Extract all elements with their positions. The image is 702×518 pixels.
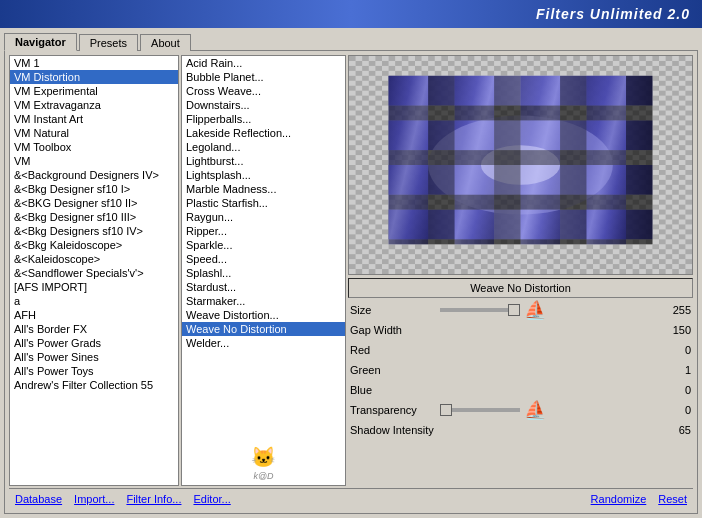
left-list-item[interactable]: Andrew's Filter Collection 55 bbox=[10, 378, 178, 392]
btn-database[interactable]: Database bbox=[9, 491, 68, 507]
cat-logo: 🐱k@D bbox=[182, 441, 345, 485]
btn-filter-info[interactable]: Filter Info... bbox=[120, 491, 187, 507]
middle-list-item[interactable]: Marble Madness... bbox=[182, 182, 345, 196]
left-list-item[interactable]: &<Kaleidoscope> bbox=[10, 252, 178, 266]
tabs-row: Navigator Presets About bbox=[4, 32, 698, 50]
left-list-item[interactable]: &<Sandflower Specials'v'> bbox=[10, 266, 178, 280]
svg-rect-18 bbox=[389, 106, 653, 121]
left-list[interactable]: VM 1VM DistortionVM ExperimentalVM Extra… bbox=[10, 56, 178, 485]
middle-list-item[interactable]: Flipperballs... bbox=[182, 112, 345, 126]
middle-list-item[interactable]: Starmaker... bbox=[182, 294, 345, 308]
btn-randomize[interactable]: Randomize bbox=[585, 491, 653, 507]
left-list-item[interactable]: All's Power Toys bbox=[10, 364, 178, 378]
tab-presets[interactable]: Presets bbox=[79, 34, 138, 51]
param-label-gap: Gap Width bbox=[350, 324, 440, 336]
size-icon: ⛵ bbox=[524, 299, 546, 321]
left-panel: VM 1VM DistortionVM ExperimentalVM Extra… bbox=[9, 55, 179, 486]
content-area: VM 1VM DistortionVM ExperimentalVM Extra… bbox=[4, 50, 698, 514]
tab-about[interactable]: About bbox=[140, 34, 191, 51]
middle-list-item[interactable]: Bubble Planet... bbox=[182, 70, 345, 84]
param-row-green: Green 1 bbox=[350, 361, 691, 379]
middle-list-item[interactable]: Speed... bbox=[182, 252, 345, 266]
middle-list-item[interactable]: Lightsplash... bbox=[182, 168, 345, 182]
app-title: Filters Unlimited 2.0 bbox=[536, 6, 690, 22]
left-list-item[interactable]: VM bbox=[10, 154, 178, 168]
btn-editor[interactable]: Editor... bbox=[187, 491, 236, 507]
middle-list-item[interactable]: Lightburst... bbox=[182, 154, 345, 168]
btn-import[interactable]: Import... bbox=[68, 491, 120, 507]
middle-panel: Acid Rain...Bubble Planet...Cross Weave.… bbox=[181, 55, 346, 486]
param-value-transparency: 0 bbox=[656, 404, 691, 416]
svg-rect-21 bbox=[389, 239, 653, 244]
left-list-item[interactable]: &<BKG Designer sf10 II> bbox=[10, 196, 178, 210]
bottom-toolbar: Database Import... Filter Info... Editor… bbox=[9, 488, 693, 509]
middle-list-item[interactable]: Raygun... bbox=[182, 210, 345, 224]
left-list-item[interactable]: All's Power Grads bbox=[10, 336, 178, 350]
slider-transparency[interactable] bbox=[440, 408, 520, 412]
middle-list-item[interactable]: Downstairs... bbox=[182, 98, 345, 112]
param-label-size: Size bbox=[350, 304, 440, 316]
btn-reset[interactable]: Reset bbox=[652, 491, 693, 507]
left-list-item[interactable]: AFH bbox=[10, 308, 178, 322]
left-list-item[interactable]: &<Bkg Kaleidoscope> bbox=[10, 238, 178, 252]
middle-list-item[interactable]: Lakeside Reflection... bbox=[182, 126, 345, 140]
middle-list-item[interactable]: Plastic Starfish... bbox=[182, 196, 345, 210]
middle-list-item[interactable]: Splashl... bbox=[182, 266, 345, 280]
middle-list-item[interactable]: Legoland... bbox=[182, 140, 345, 154]
middle-list[interactable]: Acid Rain...Bubble Planet...Cross Weave.… bbox=[182, 56, 345, 441]
middle-list-item[interactable]: Weave No Distortion bbox=[182, 322, 345, 336]
left-list-item[interactable]: &<Bkg Designer sf10 III> bbox=[10, 210, 178, 224]
main-window: Navigator Presets About VM 1VM Distortio… bbox=[0, 28, 702, 518]
param-value-gap: 150 bbox=[656, 324, 691, 336]
middle-list-item[interactable]: Ripper... bbox=[182, 224, 345, 238]
title-bar: Filters Unlimited 2.0 bbox=[0, 0, 702, 28]
preview-svg bbox=[349, 56, 692, 274]
left-list-item[interactable]: VM Distortion bbox=[10, 70, 178, 84]
tab-navigator[interactable]: Navigator bbox=[4, 33, 77, 51]
param-label-green: Green bbox=[350, 364, 440, 376]
param-label-shadow: Shadow Intensity bbox=[350, 424, 440, 436]
middle-list-item[interactable]: Cross Weave... bbox=[182, 84, 345, 98]
param-label-transparency: Transparency bbox=[350, 404, 440, 416]
left-list-item[interactable]: VM Instant Art bbox=[10, 112, 178, 126]
filter-name-display: Weave No Distortion bbox=[348, 278, 693, 298]
left-list-item[interactable]: VM Experimental bbox=[10, 84, 178, 98]
middle-list-item[interactable]: Welder... bbox=[182, 336, 345, 350]
params-area: Size ⛵ 255 Gap Width 150 bbox=[348, 301, 693, 439]
middle-list-item[interactable]: Weave Distortion... bbox=[182, 308, 345, 322]
left-list-item[interactable]: VM Extravaganza bbox=[10, 98, 178, 112]
transparency-icon: ⛵ bbox=[524, 399, 546, 421]
middle-list-item[interactable]: Sparkle... bbox=[182, 238, 345, 252]
param-row-shadow: Shadow Intensity 65 bbox=[350, 421, 691, 439]
param-row-gap: Gap Width 150 bbox=[350, 321, 691, 339]
left-list-item[interactable]: VM Toolbox bbox=[10, 140, 178, 154]
param-label-red: Red bbox=[350, 344, 440, 356]
top-section: VM 1VM DistortionVM ExperimentalVM Extra… bbox=[9, 55, 693, 486]
param-value-shadow: 65 bbox=[656, 424, 691, 436]
left-list-item[interactable]: &<Background Designers IV> bbox=[10, 168, 178, 182]
slider-size[interactable] bbox=[440, 308, 520, 312]
left-list-item[interactable]: &<Bkg Designer sf10 I> bbox=[10, 182, 178, 196]
middle-list-item[interactable]: Acid Rain... bbox=[182, 56, 345, 70]
svg-rect-19 bbox=[389, 150, 653, 165]
left-list-item[interactable]: VM Natural bbox=[10, 126, 178, 140]
param-value-blue: 0 bbox=[656, 384, 691, 396]
param-row-red: Red 0 bbox=[350, 341, 691, 359]
left-list-item[interactable]: VM 1 bbox=[10, 56, 178, 70]
param-row-size: Size ⛵ 255 bbox=[350, 301, 691, 319]
right-panel: Weave No Distortion Size ⛵ 255 Ga bbox=[348, 55, 693, 486]
param-label-blue: Blue bbox=[350, 384, 440, 396]
left-list-item[interactable]: All's Power Sines bbox=[10, 350, 178, 364]
middle-list-item[interactable]: Stardust... bbox=[182, 280, 345, 294]
param-value-size: 255 bbox=[656, 304, 691, 316]
left-list-item[interactable]: &<Bkg Designers sf10 IV> bbox=[10, 224, 178, 238]
param-row-blue: Blue 0 bbox=[350, 381, 691, 399]
param-row-transparency: Transparency ⛵ 0 bbox=[350, 401, 691, 419]
left-list-item[interactable]: All's Border FX bbox=[10, 322, 178, 336]
left-list-item[interactable]: a bbox=[10, 294, 178, 308]
param-value-red: 0 bbox=[656, 344, 691, 356]
svg-rect-20 bbox=[389, 195, 653, 210]
param-value-green: 1 bbox=[656, 364, 691, 376]
preview-area bbox=[348, 55, 693, 275]
left-list-item[interactable]: [AFS IMPORT] bbox=[10, 280, 178, 294]
